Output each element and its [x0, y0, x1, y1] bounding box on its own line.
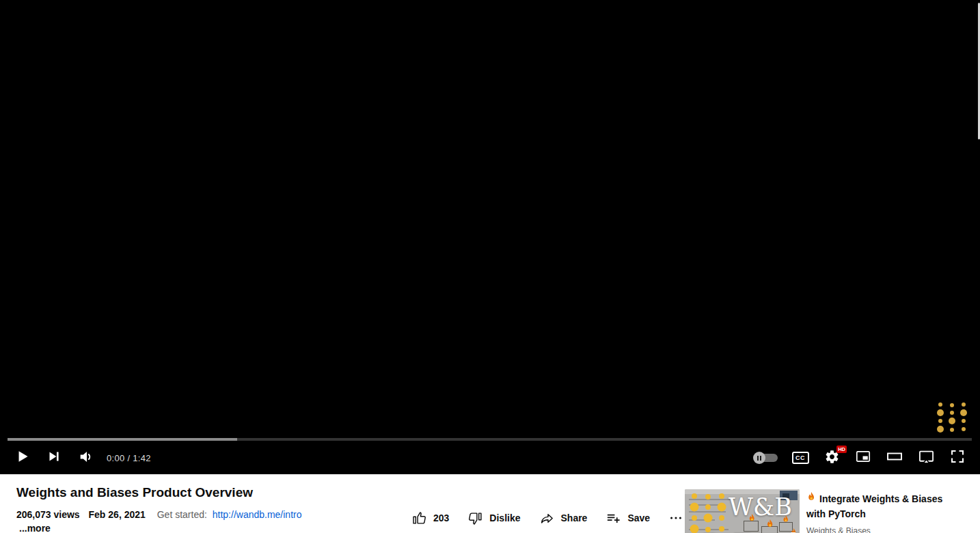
time-display: 0:00 / 1:42 [101, 453, 151, 463]
miniplayer-button[interactable] [847, 441, 879, 474]
playlist-add-icon [605, 510, 621, 526]
save-button[interactable]: Save [605, 510, 650, 526]
thumb-up-icon [411, 510, 427, 526]
thumbnail-wandb-dots-logo [690, 492, 729, 533]
play-on-tv-icon [918, 448, 935, 468]
settings-button[interactable]: HD [816, 441, 847, 474]
theater-mode-icon [886, 448, 903, 467]
theater-mode-button[interactable] [879, 441, 910, 474]
hd-quality-badge: HD [836, 446, 847, 453]
autoplay-toggle-knob [753, 452, 765, 464]
suggested-video-thumbnail[interactable]: W&B PyTorch [685, 489, 800, 533]
action-bar: 203 Dislike Share Save [411, 507, 683, 529]
play-on-tv-button[interactable] [910, 441, 942, 474]
description-snippet: Get started: [157, 509, 207, 520]
video-player[interactable]: 0:00 / 1:42 CC HD [0, 0, 980, 474]
like-button[interactable]: 203 [411, 510, 449, 526]
description-link[interactable]: http://wandb.me/intro [213, 509, 302, 520]
dislike-label: Dislike [489, 512, 520, 523]
like-count: 203 [433, 512, 449, 523]
video-meta: 206,073 views Feb 26, 2021 Get started: … [16, 509, 302, 520]
view-count: 206,073 views [16, 509, 80, 520]
share-arrow-icon [539, 510, 555, 526]
share-button[interactable]: Share [539, 510, 588, 526]
show-more-button[interactable]: ...more [19, 523, 51, 533]
fire-icon [748, 514, 757, 527]
cc-icon: CC [792, 452, 809, 464]
fire-icon [782, 515, 790, 528]
suggested-video-channel[interactable]: Weights & Biases [806, 526, 979, 533]
fullscreen-button[interactable] [942, 441, 973, 474]
wandb-watermark-logo [938, 402, 968, 433]
progress-bar[interactable] [8, 438, 972, 441]
fire-icon [806, 492, 817, 507]
volume-button[interactable] [70, 441, 101, 474]
play-icon [14, 448, 31, 468]
fullscreen-icon [949, 448, 966, 467]
miniplayer-icon [855, 448, 871, 467]
subtitles-button[interactable]: CC [785, 441, 816, 474]
progress-buffered [8, 438, 237, 441]
share-label: Share [561, 512, 588, 523]
next-icon [46, 448, 62, 467]
save-label: Save [627, 512, 650, 523]
video-title: Weights and Biases Product Overview [16, 485, 253, 500]
volume-icon [77, 448, 94, 468]
thumb-down-icon [467, 510, 483, 526]
suggested-video-item[interactable]: W&B PyTorch Integrate Weights & Biases w… [685, 489, 979, 533]
more-actions-button[interactable] [668, 510, 683, 525]
next-button[interactable] [38, 441, 70, 474]
upload-date: Feb 26, 2021 [89, 509, 146, 520]
more-dots-icon [668, 510, 683, 525]
autoplay-toggle[interactable] [748, 441, 785, 474]
thumbnail-pytorch-text: PyTorch [703, 528, 800, 533]
dislike-button[interactable]: Dislike [467, 510, 520, 526]
play-button[interactable] [7, 441, 38, 474]
suggested-video-title[interactable]: Integrate Weights & Biases with PyTorch [806, 492, 979, 521]
